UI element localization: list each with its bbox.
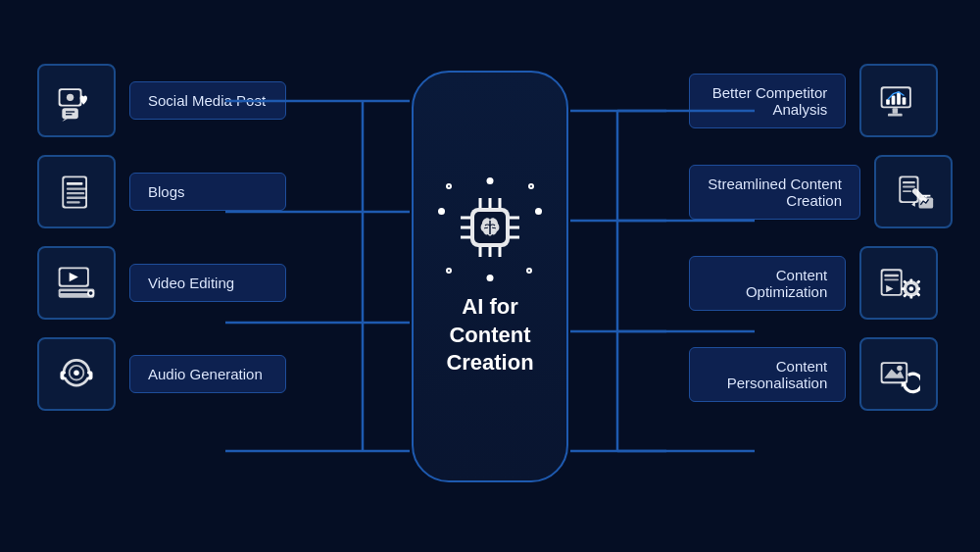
content-optimization-icon-box (859, 246, 938, 320)
right-panel: Better Competitor Analysis (689, 64, 953, 411)
svg-point-86 (909, 286, 914, 291)
list-item: Audio Generation (37, 337, 286, 411)
social-media-icon-box (37, 64, 116, 137)
svg-point-44 (85, 374, 89, 377)
svg-rect-87 (910, 278, 913, 282)
video-editing-icon-box (37, 246, 116, 320)
svg-rect-67 (893, 108, 899, 113)
content-personalisation-icon (877, 353, 920, 396)
svg-rect-27 (67, 181, 83, 184)
brain-wrapper (436, 176, 544, 283)
svg-rect-80 (883, 271, 901, 294)
content-personalisation-label: Content Personalisation (689, 347, 846, 402)
svg-marker-24 (62, 119, 68, 122)
blogs-icon (55, 171, 98, 214)
svg-rect-21 (62, 108, 78, 119)
svg-rect-88 (910, 294, 913, 298)
main-diagram: Social Media Post Blogs (0, 0, 980, 552)
list-item: Content Optimization (689, 246, 953, 320)
video-editing-icon (55, 262, 98, 305)
blogs-label: Blogs (129, 173, 286, 211)
competitor-analysis-icon-box (859, 64, 938, 137)
svg-rect-81 (885, 274, 900, 276)
social-media-label: Social Media Post (129, 81, 286, 120)
svg-rect-90 (918, 287, 921, 290)
audio-generation-icon-box (37, 337, 116, 411)
svg-rect-66 (903, 97, 906, 104)
svg-rect-68 (888, 113, 903, 116)
svg-rect-64 (892, 95, 896, 104)
content-creation-icon-box (874, 155, 953, 228)
svg-rect-82 (885, 278, 900, 280)
svg-rect-71 (903, 181, 915, 183)
svg-rect-65 (897, 91, 901, 104)
svg-point-20 (67, 93, 74, 100)
content-optimization-label: Content Optimization (689, 256, 846, 311)
list-item: Better Competitor Analysis (689, 64, 953, 137)
svg-rect-73 (903, 190, 911, 192)
content-personalisation-icon-box (859, 337, 938, 411)
list-item: Streamlined Content Creation (689, 155, 953, 228)
center-phone: AI for Content Creation (412, 71, 568, 482)
svg-rect-63 (886, 99, 890, 105)
svg-point-38 (89, 291, 93, 295)
svg-rect-30 (67, 196, 86, 198)
list-item: Social Media Post (37, 64, 286, 137)
svg-rect-28 (67, 187, 86, 189)
competitor-analysis-label: Better Competitor Analysis (689, 74, 846, 128)
list-item: Blogs (37, 155, 286, 228)
left-panel: Social Media Post Blogs (37, 64, 286, 411)
content-optimization-icon (877, 262, 920, 305)
svg-rect-29 (67, 192, 84, 194)
content-creation-icon (892, 171, 935, 214)
center-title: AI for Content Creation (446, 293, 533, 377)
audio-generation-label: Audio Generation (129, 355, 286, 393)
svg-point-43 (64, 374, 68, 377)
list-item: Video Editing (37, 246, 286, 320)
svg-point-45 (74, 370, 79, 376)
svg-rect-72 (903, 185, 915, 187)
svg-point-98 (897, 365, 903, 371)
social-media-icon (55, 79, 98, 123)
list-item: Content Personalisation (689, 337, 953, 411)
competitor-analysis-icon (877, 79, 920, 123)
brain-icon (451, 188, 529, 267)
svg-rect-89 (902, 287, 906, 290)
audio-generation-icon (55, 353, 98, 396)
content-creation-label: Streamlined Content Creation (689, 165, 860, 220)
svg-rect-31 (67, 201, 80, 203)
video-editing-label: Video Editing (129, 264, 286, 302)
blogs-icon-box (37, 155, 116, 228)
